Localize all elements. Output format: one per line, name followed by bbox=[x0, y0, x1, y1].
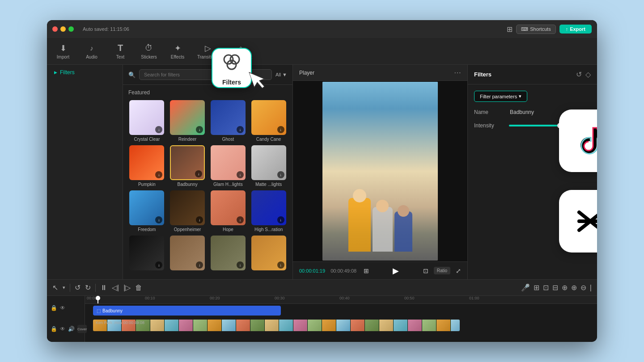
slider-fill bbox=[509, 125, 563, 126]
filter-track-clip[interactable]: ⬚ Badbunny bbox=[93, 306, 281, 316]
trim-right-tool[interactable]: |▷ bbox=[123, 283, 131, 292]
title-bar: Auto saved: 11:15:06 ⊞ ⌨ Shortcuts ↑ Exp… bbox=[47, 20, 597, 38]
zoom-in-icon[interactable]: ⊕ bbox=[571, 283, 577, 292]
frame-24 bbox=[422, 320, 436, 331]
pip-icon[interactable]: ⊕ bbox=[562, 283, 568, 292]
split-screen-icon[interactable]: ⊟ bbox=[552, 283, 558, 292]
filter-track-row: ⬚ Badbunny bbox=[85, 304, 597, 318]
sidebar-item-filters[interactable]: Filters bbox=[47, 65, 123, 80]
filter-name-badbunny: Badbunny bbox=[178, 182, 198, 187]
tool-text[interactable]: T Text bbox=[111, 43, 129, 59]
frame-9 bbox=[208, 320, 222, 331]
filter-featured-section: Featured ↓ Crystal Clear ↓ Reindeer bbox=[123, 85, 292, 277]
filter-name-glamh: Glam H...lights bbox=[213, 182, 243, 187]
close-button[interactable] bbox=[52, 26, 58, 32]
frame-13 bbox=[265, 320, 279, 331]
frame-20 bbox=[365, 320, 379, 331]
filter-item-candy-cane[interactable]: ↓ Candy Cane bbox=[250, 100, 287, 142]
zoom-out-icon[interactable]: ⊖ bbox=[580, 283, 586, 292]
redo-timeline[interactable]: ↻ bbox=[85, 283, 91, 292]
volume-icon[interactable]: 🔊 bbox=[68, 326, 75, 332]
filter-item-matte[interactable]: ↓ Matte ...lights bbox=[250, 145, 287, 187]
filter-thumb-crystal-clear: ↓ bbox=[129, 100, 164, 135]
ruler-mark-40: 00:40 bbox=[339, 296, 350, 300]
filter-item-reindeer[interactable]: ↓ Reindeer bbox=[169, 100, 206, 142]
filter-item-badbunny[interactable]: ↓ Badbunny bbox=[169, 145, 206, 187]
tool-audio[interactable]: ♪ Audio bbox=[83, 43, 101, 59]
redo-button[interactable]: ◇ bbox=[585, 70, 591, 79]
playhead[interactable] bbox=[97, 296, 98, 303]
lock-icon-video[interactable]: 🔒 bbox=[51, 326, 57, 332]
fullscreen-button[interactable]: ⤢ bbox=[456, 267, 461, 274]
grid-view-toggle[interactable]: ⊞ bbox=[507, 25, 513, 34]
filter-parameters-tab[interactable]: Filter parameters ▾ bbox=[474, 91, 527, 102]
name-param-label: Name bbox=[474, 109, 505, 115]
frame-21 bbox=[379, 320, 394, 331]
filter-item-highs[interactable]: ↓ High S...ration bbox=[250, 190, 287, 232]
grid-display-button[interactable]: ⊞ bbox=[364, 267, 369, 274]
ratio-button[interactable]: Ratio bbox=[434, 267, 450, 274]
ruler-mark-10: 00:10 bbox=[145, 296, 155, 300]
shortcuts-button[interactable]: ⌨ Shortcuts bbox=[516, 25, 555, 34]
download-icon-oppenheimer: ↓ bbox=[196, 216, 203, 223]
filter-item-ghost[interactable]: ↓ Ghost bbox=[210, 100, 247, 142]
play-button[interactable]: ▶ bbox=[393, 266, 399, 276]
export-button[interactable]: ↑ Export bbox=[559, 25, 592, 34]
select-tool[interactable]: ↖ bbox=[52, 283, 58, 292]
all-filter-button[interactable]: All ▼ bbox=[275, 72, 287, 77]
maximize-button[interactable] bbox=[68, 26, 74, 32]
frame-26 bbox=[451, 320, 460, 331]
frame-7 bbox=[179, 320, 193, 331]
timeline-ruler: 00:00 00:10 00:20 00:30 00:40 00:50 01:0… bbox=[85, 296, 597, 304]
filter-item-pumpkin[interactable]: ↓ Pumpkin bbox=[128, 145, 165, 187]
undo-button[interactable]: ↺ bbox=[576, 70, 582, 79]
intensity-slider[interactable] bbox=[509, 125, 563, 126]
visibility-icon-video[interactable]: 👁 bbox=[60, 326, 65, 332]
extract-audio-icon[interactable]: ⊡ bbox=[543, 283, 549, 292]
filter-item-oppenheimer[interactable]: ↓ Oppenheimer bbox=[169, 190, 206, 232]
visibility-icon-filter[interactable]: 👁 bbox=[60, 305, 65, 311]
filter-name-crystal-clear: Crystal Clear bbox=[134, 137, 160, 142]
lock-icon[interactable]: 🔒 bbox=[51, 305, 57, 311]
tool-stickers[interactable]: ⏱ Stickers bbox=[140, 43, 158, 59]
download-icon-row4a: ↓ bbox=[155, 261, 162, 269]
filter-item-row4c[interactable]: ↓ bbox=[210, 236, 247, 272]
zoom-slider[interactable]: | bbox=[590, 284, 592, 292]
filter-item-hope[interactable]: ↓ Hope bbox=[210, 190, 247, 232]
add-track-icon[interactable]: ⊞ bbox=[534, 283, 539, 292]
filter-thumb-row4d: ↓ bbox=[251, 236, 286, 270]
filter-thumb-candy-cane: ↓ bbox=[251, 100, 286, 135]
right-panel-actions: ↺ ◇ bbox=[576, 70, 591, 79]
filter-item-row4a[interactable]: ↓ bbox=[128, 236, 165, 272]
import-icon: ⬇ bbox=[58, 43, 68, 53]
filter-name-matte: Matte ...lights bbox=[255, 182, 282, 187]
frame-17 bbox=[322, 320, 336, 331]
download-icon-ghost: ↓ bbox=[237, 126, 244, 133]
filter-search-input[interactable] bbox=[139, 69, 272, 80]
filter-item-freedom[interactable]: ↓ Freedom bbox=[128, 190, 165, 232]
frame-8 bbox=[193, 320, 208, 331]
mic-icon[interactable]: 🎤 bbox=[521, 283, 530, 292]
filter-item-row4d[interactable]: ↓ bbox=[250, 236, 287, 272]
trim-left-tool[interactable]: ◁| bbox=[112, 283, 119, 292]
frame-15 bbox=[293, 320, 308, 331]
fit-screen-button[interactable]: ⊡ bbox=[423, 267, 428, 274]
timeline-right-tools: 🎤 ⊞ ⊡ ⊟ ⊕ ⊕ ⊖ | bbox=[521, 283, 592, 292]
filter-item-crystal-clear[interactable]: ↓ Crystal Clear bbox=[128, 100, 165, 142]
filter-item-glamh[interactable]: ↓ Glam H...lights bbox=[210, 145, 247, 187]
tool-effects[interactable]: ✦ Effects bbox=[169, 43, 186, 59]
video-track-clip[interactable]: Ken Park .mov 00:00:49:08 bbox=[93, 320, 460, 331]
delete-tool[interactable]: 🗑 bbox=[135, 284, 142, 292]
filter-item-row4b[interactable]: ↓ bbox=[169, 236, 206, 272]
tool-import[interactable]: ⬇ Import bbox=[54, 43, 72, 59]
frame-10 bbox=[222, 320, 236, 331]
video-track-row: Ken Park .mov 00:00:49:08 bbox=[85, 318, 597, 334]
player-menu-icon[interactable]: ⋯ bbox=[454, 68, 461, 77]
split-tool[interactable]: ⏸ bbox=[100, 284, 107, 292]
minimize-button[interactable] bbox=[60, 26, 66, 32]
select-dropdown[interactable]: ▾ bbox=[63, 285, 65, 290]
undo-timeline[interactable]: ↺ bbox=[75, 283, 80, 292]
filter-grid: ↓ Crystal Clear ↓ Reindeer ↓ bbox=[128, 100, 287, 272]
stickers-icon: ⏱ bbox=[144, 43, 154, 53]
filter-panel: 🔍 All ▼ Featured ↓ Crystal Clear bbox=[123, 65, 293, 279]
